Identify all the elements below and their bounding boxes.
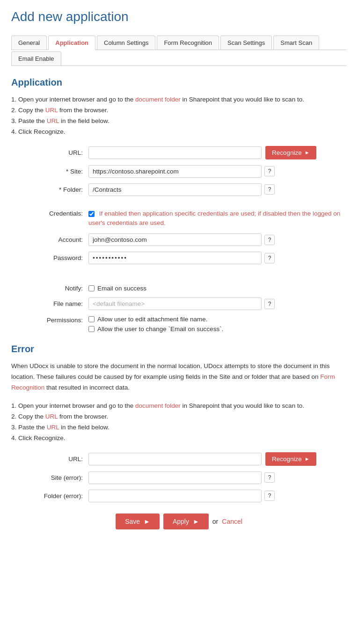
error-recognize-button[interactable]: Recognize ► [265,452,316,466]
apply-arrow-icon: ► [193,518,199,525]
error-instruction-1: 1. Open your internet browser and go to … [11,401,347,412]
folder-error-label: Folder (error): [11,492,88,499]
filename-label: File name: [11,300,88,307]
instruction-4: 4. Click Recognize. [11,127,347,137]
site-help-icon[interactable]: ? [264,166,275,176]
instruction-3: 3. Paste the URL in the field below. [11,116,347,127]
account-row: Account: ? [11,233,347,246]
account-help-icon[interactable]: ? [264,235,275,245]
error-description: When UDocx is unable to store the docume… [11,361,347,393]
error-instructions: 1. Open your internet browser and go to … [11,401,347,444]
page-title: Add new application [11,9,347,24]
folder-row: * Folder: ? [11,183,347,196]
site-input[interactable] [88,165,262,178]
permissions-change-email-checkbox[interactable] [88,326,95,332]
site-label: * Site: [11,168,88,175]
site-error-help-icon[interactable]: ? [264,472,275,483]
cancel-button[interactable]: Cancel [222,518,242,525]
credentials-row: Credentials: If enabled then application… [11,209,347,228]
notify-checkbox-label[interactable]: Email on success [88,285,146,292]
permissions-edit-filename-checkbox[interactable] [88,316,95,322]
error-url-input[interactable] [88,453,262,465]
permissions-change-email[interactable]: Allow the user to change `Email on succe… [88,326,223,333]
error-instruction-2: 2. Copy the URL from the browser. [11,412,347,422]
apply-button[interactable]: Apply ► [163,514,209,529]
folder-error-input[interactable] [88,490,262,502]
error-url-row: URL: Recognize ► [11,452,347,466]
password-input[interactable] [88,252,262,264]
folder-error-help-icon[interactable]: ? [264,491,275,501]
tab-email-enable[interactable]: Email Enable [11,51,61,66]
tab-form-recognition[interactable]: Form Recognition [157,36,219,50]
tab-scan-settings[interactable]: Scan Settings [220,36,272,50]
account-label: Account: [11,236,88,243]
permissions-edit-filename[interactable]: Allow user to edit attachment file name. [88,316,223,323]
folder-error-row: Folder (error): ? [11,490,347,502]
filename-help-icon[interactable]: ? [264,299,275,309]
application-section: Application 1. Open your internet browse… [11,77,347,333]
recognize-arrow-icon: ► [305,150,310,155]
url-label: URL: [11,149,88,156]
site-error-input[interactable] [88,471,262,484]
password-label: Password: [11,254,88,261]
password-help-icon[interactable]: ? [264,253,275,263]
tab-general[interactable]: General [11,36,47,50]
password-row: Password: ? [11,252,347,264]
url-row: URL: Recognize ► [11,146,347,159]
application-instructions: 1. Open your internet browser and go to … [11,94,347,137]
recognize-button[interactable]: Recognize ► [265,146,316,159]
folder-help-icon[interactable]: ? [264,184,275,195]
site-row: * Site: ? [11,165,347,178]
tab-column-settings[interactable]: Column Settings [97,36,155,50]
site-error-row: Site (error): ? [11,471,347,484]
url-input[interactable] [88,146,262,159]
filename-row: File name: ? [11,297,347,310]
instruction-2: 2. Copy the URL from the browser. [11,105,347,116]
application-section-title: Application [11,77,347,88]
error-section-title: Error [11,344,347,355]
save-arrow-icon: ► [144,518,150,525]
notify-row: Notify: Email on success [11,285,347,292]
error-instruction-3: 3. Paste the URL in the field below. [11,422,347,433]
folder-label: * Folder: [11,186,88,193]
notify-checkbox[interactable] [88,285,95,291]
credentials-text: If enabled then application specific cre… [88,209,347,228]
error-instruction-4: 4. Click Recognize. [11,433,347,444]
site-error-label: Site (error): [11,474,88,481]
permissions-row: Permissions: Allow user to edit attachme… [11,316,347,333]
credentials-checkbox[interactable] [88,211,95,217]
permissions-options: Allow user to edit attachment file name.… [88,316,223,333]
tab-smart-scan[interactable]: Smart Scan [273,36,319,50]
error-recognize-arrow-icon: ► [305,456,310,462]
or-text: or [212,518,218,525]
footer-buttons: Save ► Apply ► or Cancel [11,514,347,529]
account-input[interactable] [88,233,262,246]
save-button[interactable]: Save ► [116,514,160,529]
tab-application[interactable]: Application [48,36,95,50]
error-url-label: URL: [11,456,88,463]
folder-input[interactable] [88,183,262,196]
notify-label: Notify: [11,285,88,292]
filename-input[interactable] [88,297,262,310]
error-section: Error When UDocx is unable to store the … [11,344,347,502]
credentials-label: Credentials: [11,209,88,217]
permissions-label: Permissions: [11,316,88,324]
instruction-1: 1. Open your internet browser and go to … [11,94,347,105]
tabs-row1: General Application Column Settings Form… [11,36,347,50]
